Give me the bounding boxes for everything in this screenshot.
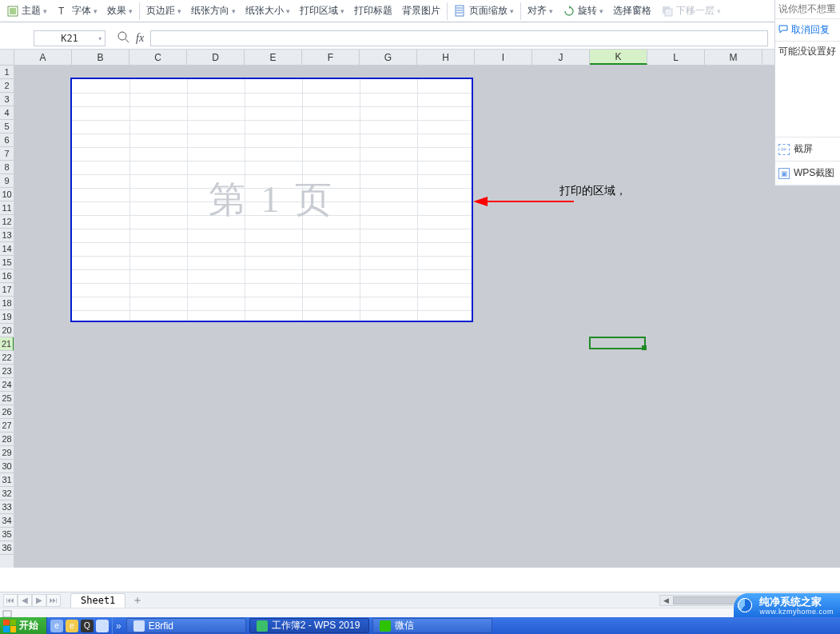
wps-screenshot-label: WPS截图 — [794, 166, 834, 180]
ie-icon[interactable]: e — [50, 620, 63, 632]
row-header[interactable]: 28 — [0, 433, 14, 446]
row-header[interactable]: 8 — [0, 161, 14, 174]
zoom-lens-icon[interactable] — [117, 30, 129, 46]
caret-icon: ▾ — [232, 7, 236, 15]
row-header[interactable]: 20 — [0, 324, 14, 337]
select-all-corner[interactable] — [0, 50, 14, 66]
size-label: 纸张大小 — [245, 4, 284, 18]
app-icon[interactable] — [96, 620, 109, 632]
start-button[interactable]: 开始 — [0, 617, 47, 634]
tab-nav-last[interactable]: ⏭ — [46, 594, 61, 607]
clipboard-icon[interactable] — [2, 609, 15, 617]
fill-handle[interactable] — [642, 345, 647, 350]
row-header[interactable]: 10 — [0, 188, 14, 201]
namebox-wrap: K21 ▾ — [0, 30, 110, 46]
scroll-left-button[interactable]: ◀ — [660, 596, 671, 605]
row-header[interactable]: 30 — [0, 460, 14, 473]
grid-background[interactable]: 第 1 页 打印的区域， — [14, 66, 840, 568]
row-header[interactable]: 9 — [0, 174, 14, 188]
paper-size-dropdown[interactable]: 纸张大小▾ — [241, 2, 295, 21]
column-header[interactable]: J — [532, 50, 590, 65]
print-titles-button[interactable]: 打印标题 — [349, 2, 397, 21]
task-button-wps[interactable]: 工作簿2 - WPS 2019 — [249, 618, 369, 633]
row-header[interactable]: 22 — [0, 351, 14, 365]
effect-dropdown[interactable]: 效果▾ — [102, 2, 137, 21]
row-header[interactable]: 5 — [0, 120, 14, 134]
column-header[interactable]: B — [72, 50, 129, 65]
row-header[interactable]: 11 — [0, 201, 14, 215]
row-header[interactable]: 29 — [0, 446, 14, 460]
send-backward-icon — [661, 5, 674, 18]
tab-nav-first[interactable]: ⏮ — [3, 594, 18, 607]
caret-icon: ▾ — [43, 7, 47, 15]
column-header[interactable]: G — [360, 50, 417, 65]
row-header[interactable]: 6 — [0, 134, 14, 147]
row-header[interactable]: 1 — [0, 66, 14, 79]
column-header[interactable]: K — [590, 50, 647, 65]
row-header[interactable]: 15 — [0, 256, 14, 269]
name-box[interactable]: K21 ▾ — [34, 30, 105, 46]
row-header[interactable]: 3 — [0, 93, 14, 106]
tab-nav-prev[interactable]: ◀ — [18, 594, 32, 607]
row-header[interactable]: 18 — [0, 297, 14, 310]
row-header[interactable]: 26 — [0, 405, 14, 419]
row-header[interactable]: 13 — [0, 229, 14, 242]
column-header[interactable]: L — [647, 50, 705, 65]
side-panel-body: 可能没设置好 — [775, 42, 840, 138]
background-button[interactable]: 背景图片 — [397, 2, 445, 21]
row-header[interactable]: 31 — [0, 473, 14, 487]
row-header[interactable]: 35 — [0, 528, 14, 541]
row-header[interactable]: 24 — [0, 378, 14, 392]
row-header[interactable]: 12 — [0, 215, 14, 229]
screenshot-button[interactable]: ✂ 截屏 — [775, 138, 840, 161]
row-header[interactable]: 32 — [0, 487, 14, 500]
column-header[interactable]: C — [129, 50, 187, 65]
row-header[interactable]: 19 — [0, 310, 14, 324]
active-cell-outline[interactable] — [589, 337, 646, 349]
sheet-tab-active[interactable]: Sheet1 — [70, 593, 125, 608]
scale-dropdown[interactable]: 页面缩放▾ — [449, 2, 519, 21]
margins-dropdown[interactable]: 页边距▾ — [141, 2, 186, 21]
row-header[interactable]: 33 — [0, 500, 14, 514]
tab-nav-next[interactable]: ▶ — [32, 594, 46, 607]
column-header[interactable]: M — [705, 50, 762, 65]
print-area-dropdown[interactable]: 打印区域▾ — [295, 2, 349, 21]
explorer-icon[interactable]: e — [66, 620, 78, 632]
row-header[interactable]: 21 — [0, 337, 14, 351]
start-label: 开始 — [19, 619, 38, 632]
fx-button[interactable]: fx — [136, 32, 144, 45]
align-dropdown[interactable]: 对齐▾ — [523, 2, 558, 21]
wps-screenshot-button[interactable]: ▣ WPS截图 — [775, 161, 840, 185]
font-dropdown[interactable]: T 字体▾ — [52, 2, 102, 21]
rotate-dropdown[interactable]: 旋转▾ — [558, 2, 608, 21]
row-header[interactable]: 17 — [0, 283, 14, 297]
row-header[interactable]: 36 — [0, 541, 14, 555]
qq-icon[interactable]: Q — [81, 620, 94, 632]
task-button-wechat[interactable]: 微信 — [372, 618, 492, 633]
column-header[interactable]: A — [14, 50, 72, 65]
add-sheet-button[interactable]: ＋ — [130, 593, 145, 608]
wps-screenshot-icon: ▣ — [778, 168, 790, 179]
task-button-e8rfid[interactable]: E8rfid — [126, 618, 246, 633]
row-header[interactable]: 7 — [0, 147, 14, 161]
row-header[interactable]: 23 — [0, 365, 14, 378]
row-header[interactable]: 25 — [0, 392, 14, 405]
column-header[interactable]: E — [245, 50, 302, 65]
row-header[interactable]: 4 — [0, 106, 14, 120]
row-header[interactable]: 27 — [0, 419, 14, 433]
selection-pane-button[interactable]: 选择窗格 — [608, 2, 656, 21]
formula-input[interactable] — [150, 30, 768, 46]
column-header[interactable]: H — [417, 50, 475, 65]
theme-dropdown[interactable]: 主题▾ — [2, 2, 52, 21]
row-header[interactable]: 2 — [0, 79, 14, 93]
column-header[interactable]: I — [475, 50, 532, 65]
column-header[interactable]: D — [187, 50, 245, 65]
row-header[interactable]: 14 — [0, 242, 14, 256]
send-backward-dropdown[interactable]: 下移一层▾ — [656, 2, 726, 21]
quick-launch-expand[interactable]: » — [113, 620, 125, 632]
column-header[interactable]: F — [302, 50, 360, 65]
cancel-reply-link[interactable]: 取消回复 — [775, 19, 840, 42]
row-header[interactable]: 16 — [0, 269, 14, 283]
row-header[interactable]: 34 — [0, 514, 14, 528]
orientation-dropdown[interactable]: 纸张方向▾ — [186, 2, 241, 21]
